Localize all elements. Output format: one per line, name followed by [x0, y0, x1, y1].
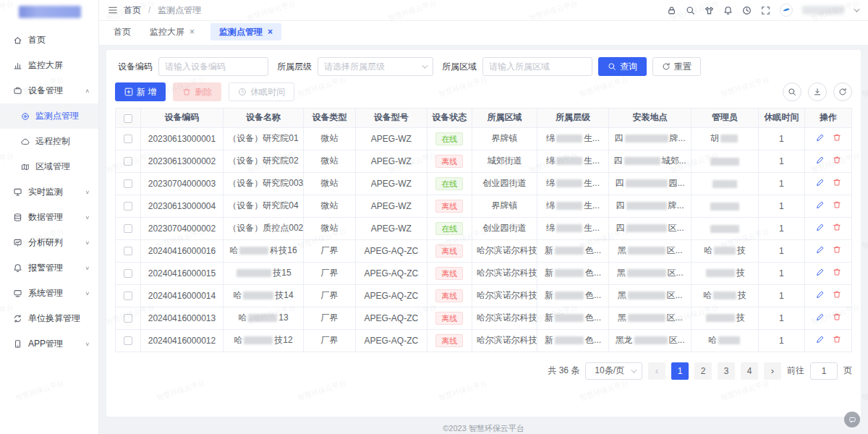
delete-icon[interactable] — [833, 156, 841, 164]
redacted-text — [627, 269, 666, 277]
sidebar-subitem-监测点管理[interactable]: 监测点管理 — [0, 103, 98, 129]
page-card: 设备编码 所属层级 所属区域 查询 重置 — [106, 50, 861, 417]
sleep-time-button[interactable]: 休眠时间 — [229, 82, 294, 101]
avatar[interactable] — [780, 4, 793, 17]
redacted-text — [626, 179, 668, 187]
page-button-2[interactable]: 2 — [694, 362, 712, 380]
lock-icon[interactable] — [667, 6, 676, 15]
goto-page-input[interactable] — [810, 362, 838, 380]
edit-icon[interactable] — [816, 290, 825, 299]
redacted-text — [706, 314, 735, 322]
row-checkbox[interactable] — [124, 247, 132, 255]
table-search-icon[interactable] — [783, 82, 801, 101]
cell-location: 四城郊... — [608, 150, 692, 172]
sidebar-item-系统管理[interactable]: 系统管理∨ — [0, 281, 98, 306]
hamburger-icon[interactable] — [108, 5, 118, 15]
tab-监测点管理[interactable]: 监测点管理× — [210, 23, 281, 41]
delete-icon[interactable] — [833, 290, 841, 299]
delete-icon[interactable] — [833, 245, 841, 254]
footer-copyright: ©2023 智慧环保云平台 — [99, 417, 868, 434]
sidebar-subitem-远程控制[interactable]: 远程控制 — [0, 129, 98, 154]
level-select[interactable] — [318, 57, 433, 76]
tab-label: 监控大屏 — [150, 26, 184, 38]
device-code-label: 设备编码 — [118, 61, 153, 73]
edit-icon[interactable] — [816, 178, 825, 187]
edit-icon[interactable] — [816, 133, 825, 142]
edit-icon[interactable] — [816, 223, 825, 231]
delete-icon[interactable] — [833, 133, 841, 142]
sidebar-item-报警管理[interactable]: 报警管理∨ — [0, 255, 98, 281]
sidebar-item-分析研判[interactable]: 分析研判∨ — [0, 230, 98, 255]
cell-sleep-time: 1 — [758, 172, 804, 195]
chat-widget-button[interactable] — [844, 412, 860, 427]
fullscreen-icon[interactable] — [761, 6, 770, 15]
theme-icon[interactable] — [705, 6, 714, 15]
next-page-button[interactable]: › — [764, 362, 781, 380]
sidebar-item-数据管理[interactable]: 数据管理∨ — [0, 205, 98, 230]
page-button-4[interactable]: 4 — [741, 362, 758, 380]
delete-icon[interactable] — [833, 200, 841, 209]
delete-icon[interactable] — [833, 178, 841, 187]
prev-page-button[interactable]: ‹ — [648, 362, 665, 380]
region-input[interactable] — [482, 57, 592, 76]
edit-icon[interactable] — [816, 268, 825, 276]
search-icon[interactable] — [686, 6, 695, 15]
row-checkbox[interactable] — [124, 135, 132, 143]
edit-icon[interactable] — [816, 312, 825, 321]
sidebar-item-单位换算管理[interactable]: 单位换算管理 — [0, 306, 98, 331]
close-icon[interactable]: × — [190, 27, 195, 37]
sidebar-item-监控大屏[interactable]: 监控大屏 — [0, 53, 98, 78]
username-redacted[interactable] — [802, 6, 844, 14]
search-button[interactable]: 查询 — [598, 57, 647, 76]
chevron-down-icon[interactable] — [854, 6, 859, 12]
delete-icon[interactable] — [833, 312, 841, 321]
edit-icon[interactable] — [816, 156, 825, 164]
device-code-input[interactable] — [158, 57, 268, 76]
reset-button[interactable]: 重置 — [652, 57, 701, 76]
level-select-input[interactable] — [318, 57, 433, 76]
page-size-select[interactable]: 10条/页 — [585, 362, 642, 380]
cell-level: 新色... — [537, 307, 608, 329]
cell-device-code: 20240416000012 — [140, 329, 224, 352]
row-checkbox[interactable] — [124, 269, 132, 278]
sidebar-subitem-区域管理[interactable]: 区域管理 — [0, 154, 98, 179]
page-button-3[interactable]: 3 — [718, 362, 735, 380]
tab-首页[interactable]: 首页 — [111, 23, 134, 41]
time-icon[interactable] — [742, 6, 752, 15]
row-checkbox[interactable] — [124, 224, 132, 233]
bell-icon[interactable] — [723, 6, 733, 15]
sidebar-item-label: 报警管理 — [28, 262, 63, 274]
redacted-text — [556, 224, 582, 232]
sidebar-item-首页[interactable]: 首页 — [0, 27, 98, 53]
edit-icon[interactable] — [816, 200, 825, 209]
row-checkbox[interactable] — [124, 314, 132, 323]
delete-icon[interactable] — [833, 268, 841, 276]
sidebar-item-APP管理[interactable]: APP管理∨ — [0, 331, 98, 357]
cell-manager: 哈 — [692, 329, 758, 352]
sidebar-item-设备管理[interactable]: 设备管理∧ — [0, 78, 98, 103]
delete-button[interactable]: 删除 — [173, 82, 221, 101]
select-all-checkbox[interactable] — [124, 114, 132, 123]
edit-icon[interactable] — [816, 245, 825, 254]
cell-device-code: 20230704000002 — [140, 217, 224, 239]
table-row: 20230704000002 （设备）质控点002 微站 APEG-WZ 在线 … — [116, 217, 851, 239]
row-checkbox[interactable] — [124, 292, 132, 300]
tab-监控大屏[interactable]: 监控大屏× — [147, 23, 197, 41]
cell-location: 黑区... — [608, 284, 692, 307]
row-checkbox[interactable] — [124, 202, 132, 210]
breadcrumb-root[interactable]: 首页 — [124, 4, 141, 17]
row-checkbox[interactable] — [124, 336, 132, 345]
close-icon[interactable]: × — [268, 27, 273, 37]
add-button[interactable]: 新 增 — [115, 82, 166, 101]
delete-icon[interactable] — [833, 223, 841, 231]
edit-icon[interactable] — [816, 335, 825, 344]
row-checkbox[interactable] — [124, 179, 132, 188]
download-icon[interactable] — [808, 82, 827, 101]
cell-device-type: 厂界 — [303, 307, 355, 329]
delete-icon[interactable] — [833, 335, 841, 344]
monitor-point-icon — [21, 112, 30, 121]
refresh-icon[interactable] — [833, 82, 852, 101]
row-checkbox[interactable] — [124, 157, 132, 166]
page-button-1[interactable]: 1 — [671, 362, 689, 380]
sidebar-item-实时监测[interactable]: 实时监测∨ — [0, 179, 98, 205]
